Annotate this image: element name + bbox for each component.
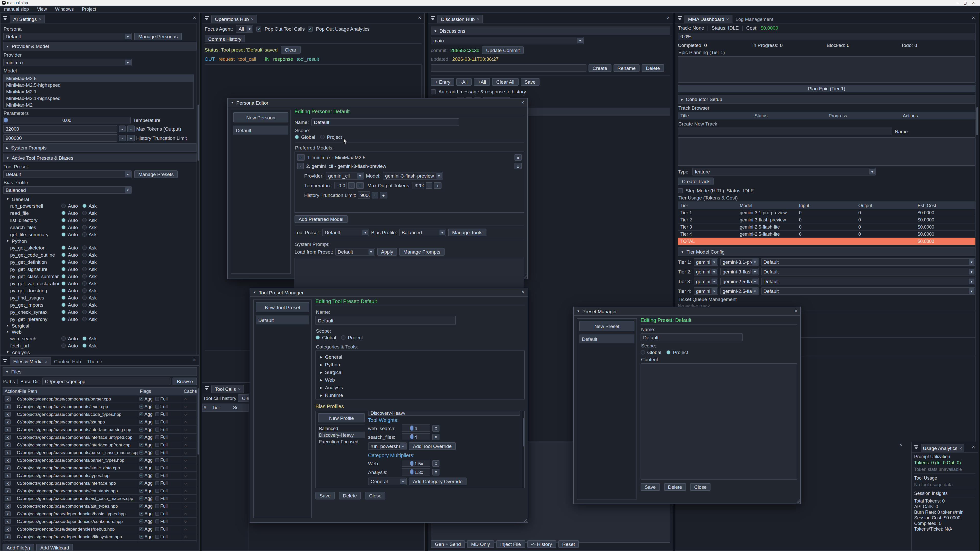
- tier-model-select[interactable]: gemini-2.5-flash-lite▼: [720, 287, 759, 295]
- tool-override-select[interactable]: run_powershell ▼: [368, 442, 407, 450]
- tab-files-media[interactable]: Files & Media ×: [10, 357, 51, 365]
- full-checkbox[interactable]: ✓: [155, 519, 159, 524]
- tool-group-header[interactable]: ▼Python: [6, 238, 197, 244]
- auto-radio[interactable]: [61, 288, 66, 292]
- tool-group-header[interactable]: ▼Analysis: [6, 349, 197, 355]
- category-row-python[interactable]: ▶Python: [320, 361, 520, 368]
- panel-close-icon[interactable]: ×: [972, 445, 975, 449]
- agg-checkbox[interactable]: ✓: [139, 535, 143, 539]
- full-checkbox[interactable]: ✓: [155, 466, 159, 470]
- resize-grip[interactable]: [796, 499, 800, 503]
- agg-checkbox[interactable]: ✓: [139, 412, 143, 416]
- category-override-select[interactable]: General ▼: [368, 478, 407, 485]
- remove-file-button[interactable]: x: [5, 450, 11, 455]
- weight-search-files-slider[interactable]: 4: [402, 433, 430, 440]
- tab-mma-dashboard[interactable]: MMA Dashboard ×: [684, 15, 732, 23]
- remove-file-button[interactable]: x: [5, 511, 11, 516]
- tier-model-select[interactable]: gemini-3-flash-preview▼: [720, 268, 759, 275]
- model-list-item[interactable]: MiniMax-M2.5: [3, 75, 193, 82]
- ask-radio[interactable]: [82, 232, 86, 237]
- agg-checkbox[interactable]: ✓: [139, 527, 143, 531]
- message-button-md-only[interactable]: MD Only: [467, 540, 494, 548]
- pe-max-tokens-input[interactable]: 32000: [412, 182, 424, 189]
- agg-checkbox[interactable]: ✓: [139, 473, 143, 478]
- profile-list-item[interactable]: Discovery-Heavy: [318, 432, 365, 438]
- tier-provider-select[interactable]: gemini▼: [694, 278, 718, 285]
- remove-file-button[interactable]: x: [5, 442, 11, 448]
- agg-checkbox[interactable]: ✓: [139, 427, 143, 432]
- tab-close-icon[interactable]: ×: [39, 17, 41, 22]
- remove-weight-button[interactable]: x: [432, 433, 440, 440]
- tpm-name-input[interactable]: Default: [315, 316, 456, 325]
- pe-history-input[interactable]: 900000: [358, 191, 370, 199]
- tool-group-header[interactable]: ▼General: [6, 196, 197, 202]
- message-button-gen-send[interactable]: Gen + Send: [431, 540, 465, 548]
- track-type-select[interactable]: feature ▼: [692, 168, 876, 176]
- create-track-button[interactable]: Create Track: [678, 178, 714, 185]
- ask-radio[interactable]: [82, 267, 86, 271]
- remove-file-button[interactable]: x: [5, 527, 11, 532]
- agg-checkbox[interactable]: ✓: [139, 405, 143, 409]
- auto-radio[interactable]: [61, 232, 66, 237]
- full-checkbox[interactable]: ✓: [155, 397, 159, 401]
- pm-delete-button[interactable]: Delete: [664, 483, 686, 491]
- add-wildcard-button[interactable]: Add Wildcard: [36, 544, 73, 551]
- entry-button-clear-all[interactable]: Clear All: [492, 78, 518, 86]
- auto-radio[interactable]: [61, 225, 66, 229]
- tpm-scope-project-radio[interactable]: [341, 335, 346, 340]
- remove-file-button[interactable]: x: [5, 396, 11, 402]
- full-checkbox[interactable]: ✓: [155, 405, 159, 409]
- ai-settings-scrollbar[interactable]: [197, 23, 199, 354]
- auto-radio[interactable]: [61, 203, 66, 208]
- tpm-save-button[interactable]: Save: [315, 492, 334, 499]
- manage-tools-button[interactable]: Manage Tools: [448, 229, 487, 236]
- files-scrollbar[interactable]: [197, 387, 199, 539]
- agg-checkbox[interactable]: ✓: [139, 466, 143, 470]
- temperature-slider[interactable]: 0.00: [3, 117, 130, 124]
- clear-status-button[interactable]: Clear: [281, 46, 301, 54]
- full-checkbox[interactable]: ✓: [155, 443, 159, 447]
- resize-grip[interactable]: [523, 275, 527, 278]
- new-tool-preset-button[interactable]: New Tool Preset: [256, 302, 309, 312]
- auto-radio[interactable]: [61, 310, 66, 314]
- tier-preset-select[interactable]: Default▼: [761, 287, 975, 295]
- remove-file-button[interactable]: x: [5, 542, 11, 542]
- full-checkbox[interactable]: ✓: [155, 451, 159, 454]
- model-list-item[interactable]: MiniMax-M2.1-highspeed: [3, 95, 193, 102]
- panel-close-icon[interactable]: ×: [667, 15, 670, 21]
- panel-menu-icon[interactable]: [677, 16, 683, 21]
- pe-max-tokens-dec[interactable]: -: [426, 182, 432, 189]
- persona-select[interactable]: Default ▼: [3, 33, 132, 40]
- pe-temp-inc[interactable]: +: [356, 182, 364, 189]
- remove-file-button[interactable]: x: [5, 503, 11, 509]
- panel-menu-icon[interactable]: [914, 445, 919, 451]
- panel-menu-icon[interactable]: [204, 16, 210, 21]
- ask-radio[interactable]: [82, 336, 86, 341]
- new-profile-button[interactable]: New Profile: [318, 413, 365, 422]
- tier-provider-select[interactable]: gemini▼: [694, 258, 718, 266]
- tpm-titlebar[interactable]: ▼ Tool Preset Manager ×: [250, 288, 528, 297]
- base-dir-input[interactable]: C:/projects/gencpp: [42, 378, 171, 385]
- mult-analysis-slider[interactable]: 1.3x: [402, 468, 430, 475]
- panel-close-icon[interactable]: ×: [193, 358, 196, 363]
- bias-profile-select[interactable]: Balanced ▼: [3, 186, 132, 194]
- ask-radio[interactable]: [82, 317, 86, 321]
- tier-model-select[interactable]: gemini-3.1-pro-preview▼: [720, 258, 759, 266]
- entry-button--all[interactable]: -All: [457, 78, 472, 86]
- remove-file-button[interactable]: x: [5, 488, 11, 493]
- auto-radio[interactable]: [61, 267, 66, 271]
- browse-button[interactable]: Browse: [173, 378, 197, 385]
- remove-file-button[interactable]: x: [5, 419, 11, 424]
- ask-radio[interactable]: [82, 343, 86, 348]
- tpm-scope-global-radio[interactable]: [315, 335, 320, 340]
- tab-close-icon[interactable]: ×: [726, 17, 729, 22]
- tab-close-icon[interactable]: ×: [251, 17, 254, 22]
- pe-provider-select[interactable]: gemini_cli ▼: [326, 172, 364, 179]
- panel-close-icon[interactable]: ×: [193, 15, 196, 21]
- hidden-panel-close-icon[interactable]: ×: [899, 442, 902, 448]
- window-maximize-icon[interactable]: ▢: [963, 1, 967, 5]
- auto-radio[interactable]: [61, 317, 66, 321]
- full-checkbox[interactable]: ✓: [155, 458, 159, 462]
- menu-item-view[interactable]: View: [37, 6, 47, 11]
- remove-file-button[interactable]: x: [5, 465, 11, 470]
